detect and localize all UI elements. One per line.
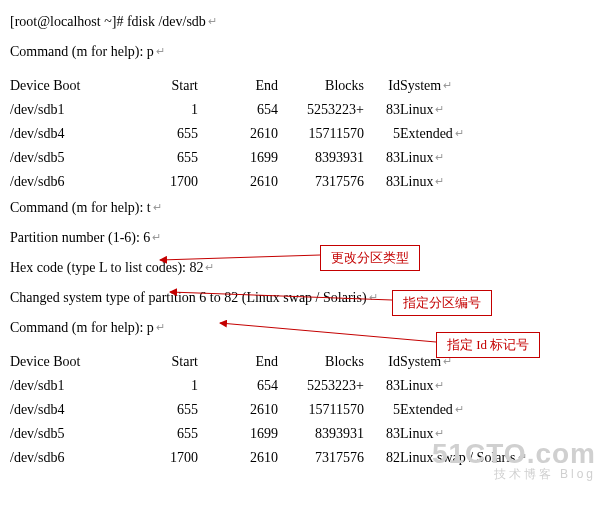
col-blocks: Blocks — [278, 74, 364, 98]
table-header: Device Boot Start End Blocks Id System↵ — [10, 74, 550, 98]
return-icon: ↵ — [206, 15, 217, 28]
cmd-text: Hex code (type L to list codes): 82 — [10, 260, 203, 275]
annotation-partition-number: 指定分区编号 — [392, 290, 492, 316]
partition-table-1: Device Boot Start End Blocks Id System↵ … — [10, 74, 550, 194]
col-end: End — [198, 74, 278, 98]
partition-table-2: Device Boot Start End Blocks Id System↵ … — [10, 350, 550, 470]
return-icon: ↵ — [154, 45, 165, 58]
table-row: /dev/sdb1 1 654 5253223+ 83 Linux↵ — [10, 374, 550, 398]
return-icon: ↵ — [367, 291, 378, 304]
table-row: /dev/sdb1 1 654 5253223+ 83 Linux↵ — [10, 98, 550, 122]
table-row: /dev/sdb6 1700 2610 7317576 82 Linux swa… — [10, 446, 550, 470]
col-device: Device Boot — [10, 350, 106, 374]
hex-code-line: Hex code (type L to list codes): 82↵ — [10, 260, 592, 276]
col-device: Device Boot — [10, 74, 106, 98]
col-end: End — [198, 350, 278, 374]
table-row: /dev/sdb5 655 1699 8393931 83 Linux↵ — [10, 422, 550, 446]
prompt-text: [root@localhost ~]# fdisk /dev/sdb — [10, 14, 206, 29]
return-icon: ↵ — [151, 201, 162, 214]
return-icon: ↵ — [154, 321, 165, 334]
col-id: Id — [364, 74, 400, 98]
cmd-text: Command (m for help): t — [10, 200, 151, 215]
col-start: Start — [106, 74, 198, 98]
cmd-text: Command (m for help): p — [10, 44, 154, 59]
cmd-text: Changed system type of partition 6 to 82… — [10, 290, 367, 305]
annotation-id-code: 指定 Id 标记号 — [436, 332, 540, 358]
fdisk-command-t: Command (m for help): t↵ — [10, 200, 592, 216]
table-row: /dev/sdb6 1700 2610 7317576 83 Linux↵ — [10, 170, 550, 194]
col-id: Id — [364, 350, 400, 374]
annotation-change-type: 更改分区类型 — [320, 245, 420, 271]
table-row: /dev/sdb4 655 2610 15711570 5 Extended↵ — [10, 398, 550, 422]
fdisk-command-p1: Command (m for help): p↵ — [10, 44, 592, 60]
table-row: /dev/sdb4 655 2610 15711570 5 Extended↵ — [10, 122, 550, 146]
return-icon: ↵ — [203, 261, 214, 274]
shell-prompt: [root@localhost ~]# fdisk /dev/sdb↵ — [10, 14, 592, 30]
partition-number-line: Partition number (1-6): 6↵ — [10, 230, 592, 246]
col-system: System↵ — [400, 74, 550, 98]
table-row: /dev/sdb5 655 1699 8393931 83 Linux↵ — [10, 146, 550, 170]
col-blocks: Blocks — [278, 350, 364, 374]
return-icon: ↵ — [150, 231, 161, 244]
changed-line: Changed system type of partition 6 to 82… — [10, 290, 592, 306]
cmd-text: Command (m for help): p — [10, 320, 154, 335]
col-start: Start — [106, 350, 198, 374]
cmd-text: Partition number (1-6): 6 — [10, 230, 150, 245]
